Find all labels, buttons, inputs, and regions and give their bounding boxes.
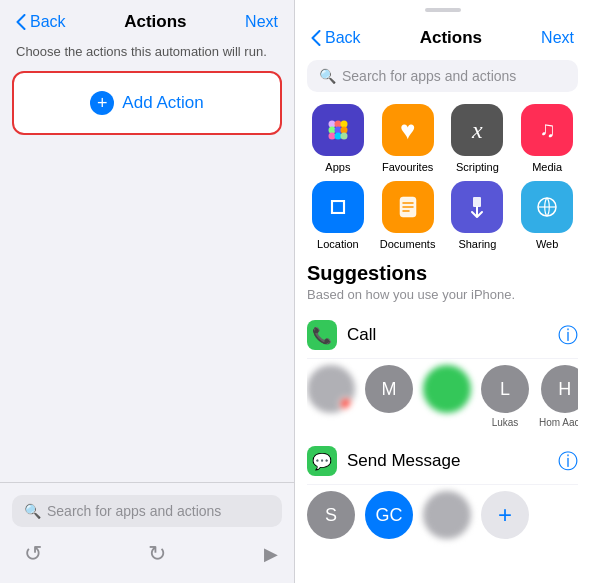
redo-button[interactable]: ↻	[140, 537, 174, 571]
left-title: Actions	[124, 12, 186, 32]
categories-grid: Apps ♥ Favourites x Scripting ♫ Media	[295, 104, 590, 262]
suggestion-call-left: 📞 Call	[307, 320, 376, 350]
left-next-button[interactable]: Next	[245, 13, 278, 31]
svg-point-0	[328, 121, 335, 128]
left-subtitle: Choose the actions this automation will …	[0, 40, 294, 71]
drag-handle	[425, 8, 461, 12]
call-app-icon: 📞	[307, 320, 337, 350]
msg-contact-1[interactable]: S	[307, 491, 355, 543]
category-location[interactable]: Location	[307, 181, 369, 250]
contact-hom-avatar: H	[541, 365, 578, 413]
suggestion-message-left: 💬 Send Message	[307, 446, 460, 476]
suggestion-call[interactable]: 📞 Call ⓘ	[307, 314, 578, 359]
msg-contact-1-avatar: S	[307, 491, 355, 539]
contact-3-avatar	[423, 365, 471, 413]
apps-icon	[312, 104, 364, 156]
svg-rect-11	[473, 197, 481, 207]
contact-lukas[interactable]: L Lukas	[481, 365, 529, 428]
right-panel: Back Actions Next 🔍 Search for apps and …	[295, 0, 590, 583]
category-scripting[interactable]: x Scripting	[447, 104, 509, 173]
right-search-bar[interactable]: 🔍 Search for apps and actions	[307, 60, 578, 92]
svg-point-8	[340, 133, 347, 140]
contact-2-avatar: M	[365, 365, 413, 413]
documents-icon	[382, 181, 434, 233]
left-content-area	[0, 135, 294, 482]
contact-2[interactable]: M	[365, 365, 413, 428]
suggestions-title: Suggestions	[307, 262, 578, 285]
play-button[interactable]: ▶	[264, 543, 278, 565]
contact-lukas-label: Lukas	[492, 417, 519, 428]
media-icon: ♫	[521, 104, 573, 156]
scripting-icon: x	[451, 104, 503, 156]
left-search-icon: 🔍	[24, 503, 41, 519]
undo-button[interactable]: ↺	[16, 537, 50, 571]
add-action-plus-icon: +	[90, 91, 114, 115]
message-contacts-row: S GC +	[307, 485, 578, 555]
msg-contact-2[interactable]: GC	[365, 491, 413, 543]
sharing-label: Sharing	[458, 238, 496, 250]
add-action-button[interactable]: + Add Action	[12, 71, 282, 135]
left-nav-bar: Back Actions Next	[0, 0, 294, 40]
svg-point-5	[340, 127, 347, 134]
web-label: Web	[536, 238, 558, 250]
right-next-button[interactable]: Next	[541, 29, 574, 47]
call-contacts-row: M L Lukas H Hom Aache	[307, 359, 578, 440]
media-label: Media	[532, 161, 562, 173]
svg-point-1	[334, 121, 341, 128]
category-favourites[interactable]: ♥ Favourites	[377, 104, 439, 173]
svg-point-6	[328, 133, 335, 140]
category-apps[interactable]: Apps	[307, 104, 369, 173]
left-search-bar[interactable]: 🔍 Search for apps and actions	[12, 495, 282, 527]
right-nav-bar: Back Actions Next	[295, 16, 590, 56]
right-back-button[interactable]: Back	[311, 29, 361, 47]
suggestion-send-message[interactable]: 💬 Send Message ⓘ	[307, 440, 578, 485]
category-documents[interactable]: Documents	[377, 181, 439, 250]
left-search-placeholder: Search for apps and actions	[47, 503, 221, 519]
add-contact-button[interactable]: +	[481, 491, 529, 539]
right-search-icon: 🔍	[319, 68, 336, 84]
contact-lukas-avatar: L	[481, 365, 529, 413]
message-info-button[interactable]: ⓘ	[558, 448, 578, 475]
contact-hom[interactable]: H Hom Aache	[539, 365, 578, 428]
contact-hom-label: Hom Aache	[539, 417, 578, 428]
location-label: Location	[317, 238, 359, 250]
category-media[interactable]: ♫ Media	[516, 104, 578, 173]
category-sharing[interactable]: Sharing	[447, 181, 509, 250]
msg-contact-3[interactable]	[423, 491, 471, 543]
add-action-label: Add Action	[122, 93, 203, 113]
left-panel: Back Actions Next Choose the actions thi…	[0, 0, 295, 583]
left-back-button[interactable]: Back	[16, 13, 66, 31]
contact-3[interactable]	[423, 365, 471, 428]
msg-add[interactable]: +	[481, 491, 529, 543]
msg-contact-2-avatar: GC	[365, 491, 413, 539]
suggestions-subtitle: Based on how you use your iPhone.	[307, 287, 578, 302]
svg-point-7	[334, 133, 341, 140]
sharing-icon	[451, 181, 503, 233]
right-title: Actions	[420, 28, 482, 48]
bottom-controls: ↺ ↻ ▶	[12, 537, 282, 571]
favourites-icon: ♥	[382, 104, 434, 156]
call-label: Call	[347, 325, 376, 345]
scripting-label: Scripting	[456, 161, 499, 173]
msg-contact-3-avatar	[423, 491, 471, 539]
location-icon	[312, 181, 364, 233]
suggestions-section: Suggestions Based on how you use your iP…	[295, 262, 590, 555]
contact-1-badge	[339, 397, 353, 411]
web-icon	[521, 181, 573, 233]
apps-label: Apps	[325, 161, 350, 173]
right-search-placeholder: Search for apps and actions	[342, 68, 516, 84]
svg-point-2	[340, 121, 347, 128]
favourites-label: Favourites	[382, 161, 433, 173]
svg-point-3	[328, 127, 335, 134]
category-web[interactable]: Web	[516, 181, 578, 250]
left-bottom-bar: 🔍 Search for apps and actions ↺ ↻ ▶	[0, 482, 294, 583]
contact-1[interactable]	[307, 365, 355, 428]
svg-point-4	[334, 127, 341, 134]
documents-label: Documents	[380, 238, 436, 250]
message-app-icon: 💬	[307, 446, 337, 476]
message-label: Send Message	[347, 451, 460, 471]
call-info-button[interactable]: ⓘ	[558, 322, 578, 349]
contact-1-avatar	[307, 365, 355, 413]
